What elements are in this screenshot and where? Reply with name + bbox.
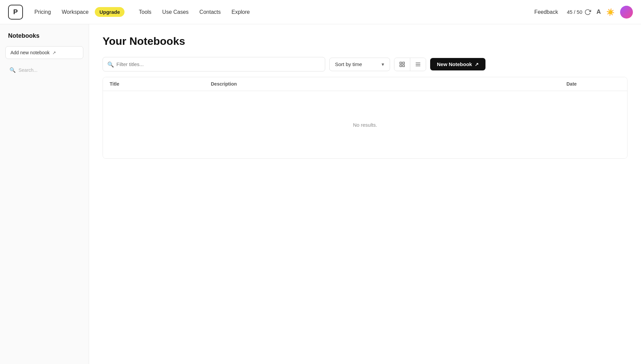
feedback-button[interactable]: Feedback: [531, 7, 561, 17]
main-content: Your Notebooks 🔍 Sort by time ▾: [89, 24, 641, 364]
no-results-text: No results.: [353, 122, 377, 128]
add-notebook-label: Add new notebook: [10, 50, 50, 55]
toolbar: 🔍 Sort by time ▾: [103, 57, 628, 71]
nav-pricing[interactable]: Pricing: [30, 6, 56, 18]
new-notebook-label: New Notebook: [437, 61, 472, 67]
svg-rect-0: [400, 62, 401, 64]
external-link-icon: ↗: [52, 50, 56, 55]
notebooks-table: Title Description Date No results.: [103, 77, 628, 159]
nav-upgrade[interactable]: Upgrade: [95, 7, 125, 17]
nav-explore[interactable]: Explore: [227, 6, 254, 18]
app-logo[interactable]: P: [8, 5, 23, 20]
nav-use-cases[interactable]: Use Cases: [158, 6, 193, 18]
svg-rect-3: [403, 65, 405, 66]
page-layout: Notebooks Add new notebook ↗ 🔍 Search...…: [0, 24, 641, 364]
search-placeholder-text: Search...: [19, 67, 37, 73]
language-icon[interactable]: A: [596, 8, 601, 16]
add-notebook-button[interactable]: Add new notebook ↗: [5, 46, 83, 59]
filter-input-wrapper: 🔍: [103, 57, 325, 71]
navbar: P Pricing Workspace Upgrade Tools Use Ca…: [0, 0, 641, 24]
view-toggle: [394, 58, 426, 71]
list-icon: [415, 61, 421, 67]
new-notebook-icon: ↗: [475, 62, 479, 67]
sidebar-search[interactable]: 🔍 Search...: [5, 64, 83, 76]
new-notebook-button[interactable]: New Notebook ↗: [430, 58, 485, 70]
table-header: Title Description Date: [103, 77, 627, 91]
col-description: Description: [211, 81, 566, 87]
search-icon: 🔍: [9, 67, 16, 73]
page-title: Your Notebooks: [103, 35, 628, 48]
svg-rect-1: [403, 62, 405, 64]
user-avatar[interactable]: [620, 6, 633, 19]
sidebar: Notebooks Add new notebook ↗ 🔍 Search...: [0, 24, 89, 364]
svg-rect-2: [400, 65, 401, 66]
sidebar-title: Notebooks: [5, 31, 83, 41]
theme-toggle-icon[interactable]: ☀️: [606, 8, 615, 16]
sort-select[interactable]: Sort by time ▾: [329, 58, 390, 71]
nav-tools[interactable]: Tools: [134, 6, 156, 18]
navbar-right: Feedback 45 / 50 A ☀️: [531, 6, 633, 19]
list-view-button[interactable]: [410, 58, 426, 71]
table-body: No results.: [103, 91, 627, 158]
grid-icon: [399, 61, 405, 67]
nav-workspace[interactable]: Workspace: [57, 6, 93, 18]
usage-count: 45 / 50: [567, 9, 582, 15]
nav-links: Pricing Workspace Upgrade Tools Use Case…: [30, 6, 531, 18]
grid-view-button[interactable]: [394, 58, 410, 71]
sort-label: Sort by time: [335, 61, 362, 67]
col-date: Date: [566, 81, 620, 87]
usage-badge: 45 / 50: [567, 9, 591, 16]
filter-titles-input[interactable]: [103, 57, 325, 71]
chevron-down-icon: ▾: [382, 61, 384, 67]
nav-contacts[interactable]: Contacts: [195, 6, 225, 18]
col-title: Title: [110, 81, 211, 87]
filter-search-icon: 🔍: [107, 61, 114, 67]
refresh-icon[interactable]: [584, 9, 591, 16]
